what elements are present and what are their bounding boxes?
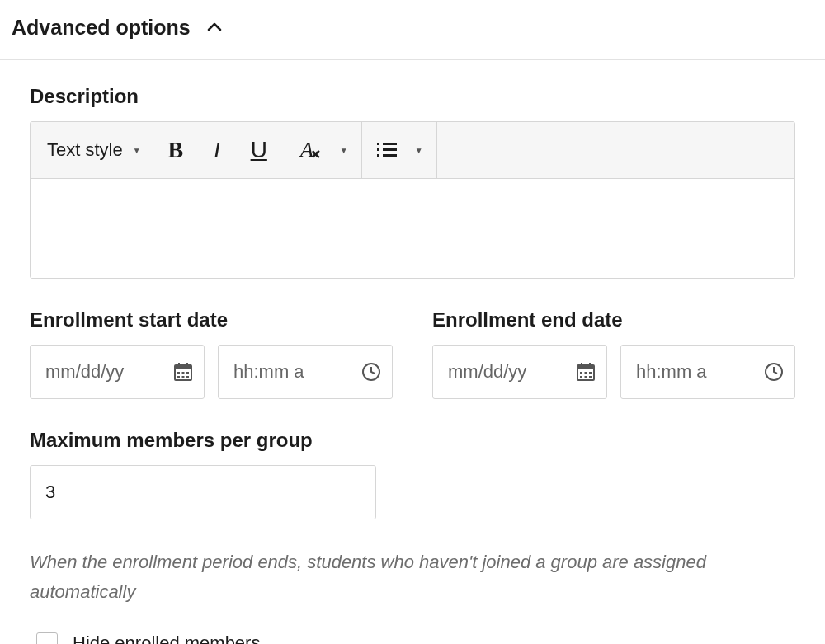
text-style-dropdown[interactable]: Text style ▼ (31, 122, 153, 178)
svg-rect-21 (589, 363, 591, 367)
hide-members-label[interactable]: Hide enrolled members (73, 632, 260, 644)
enroll-end-label: Enrollment end date (432, 308, 795, 331)
list-button[interactable] (362, 122, 402, 178)
clear-format-button[interactable]: A (282, 122, 327, 178)
list-more-dropdown[interactable]: ▼ (402, 122, 436, 178)
calendar-icon (173, 362, 193, 382)
svg-rect-20 (581, 363, 582, 367)
description-editor: Text style ▼ B I U (30, 121, 795, 279)
italic-icon: I (213, 137, 220, 163)
editor-toolbar: Text style ▼ B I U (31, 122, 794, 179)
calendar-icon (576, 362, 596, 382)
underline-button[interactable]: U (236, 122, 282, 178)
advanced-options-content: Description Text style ▼ B I U (0, 60, 825, 644)
max-members-label: Maximum members per group (30, 429, 795, 452)
caret-down-icon: ▼ (133, 146, 141, 155)
description-label: Description (30, 85, 795, 108)
list-icon (377, 141, 397, 159)
svg-rect-24 (589, 372, 592, 374)
svg-text:A: A (299, 139, 314, 161)
enroll-end-group: Enrollment end date (432, 308, 795, 399)
advanced-options-header[interactable]: Advanced options (0, 0, 825, 60)
underline-icon: U (251, 137, 267, 163)
enroll-start-label: Enrollment start date (30, 308, 393, 331)
svg-rect-5 (377, 154, 380, 157)
caret-down-icon: ▼ (340, 146, 348, 155)
svg-rect-6 (383, 154, 397, 157)
clock-icon (764, 362, 784, 382)
description-textarea[interactable] (31, 179, 794, 278)
svg-rect-22 (580, 372, 582, 374)
svg-rect-3 (377, 148, 380, 151)
svg-rect-8 (175, 365, 191, 369)
clear-format-icon: A (297, 139, 322, 161)
text-style-label: Text style (47, 139, 123, 161)
svg-rect-25 (580, 376, 582, 378)
chevron-up-icon (202, 15, 227, 40)
svg-rect-11 (177, 372, 180, 374)
bold-icon: B (168, 137, 184, 163)
clock-icon (361, 362, 381, 382)
format-more-dropdown[interactable]: ▼ (327, 122, 361, 178)
enroll-start-group: Enrollment start date (30, 308, 393, 399)
svg-rect-14 (177, 376, 180, 378)
hide-members-checkbox[interactable] (36, 632, 58, 644)
svg-rect-12 (182, 372, 185, 374)
svg-rect-19 (578, 365, 594, 369)
svg-rect-23 (585, 372, 587, 374)
svg-rect-16 (186, 376, 189, 378)
caret-down-icon: ▼ (415, 146, 423, 155)
svg-rect-9 (178, 363, 180, 367)
svg-rect-1 (377, 143, 380, 145)
svg-rect-26 (585, 376, 587, 378)
italic-button[interactable]: I (198, 122, 235, 178)
section-title: Advanced options (12, 16, 191, 40)
svg-rect-13 (186, 372, 189, 374)
svg-rect-4 (383, 148, 397, 151)
svg-rect-2 (383, 143, 397, 145)
max-members-input[interactable] (30, 465, 376, 519)
enrollment-note: When the enrollment period ends, student… (30, 548, 772, 608)
svg-rect-27 (589, 376, 592, 378)
svg-rect-10 (186, 363, 188, 367)
svg-rect-15 (182, 376, 185, 378)
bold-button[interactable]: B (153, 122, 199, 178)
